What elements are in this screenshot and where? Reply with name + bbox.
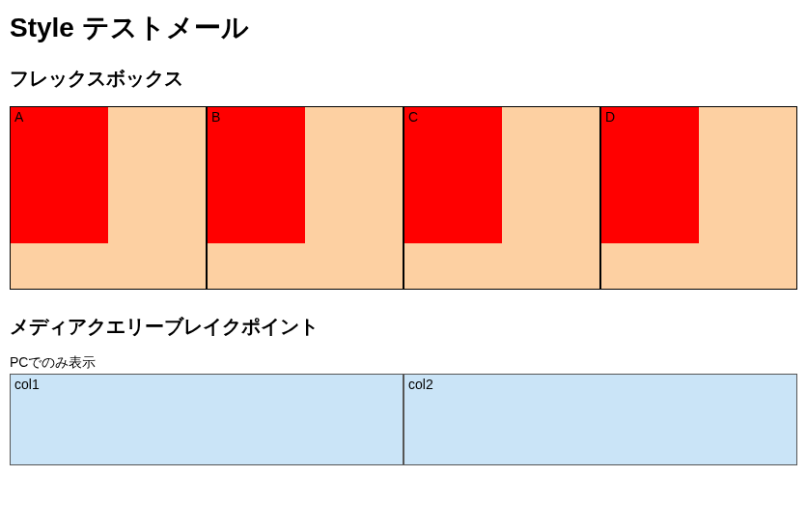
flex-inner-label: D — [601, 107, 699, 243]
flex-inner-label: C — [404, 107, 502, 243]
column-item: col2 — [404, 374, 797, 465]
mediaquery-heading: メディアクエリーブレイクポイント — [10, 314, 797, 340]
flex-item: C — [404, 106, 600, 290]
flex-item: D — [600, 106, 797, 290]
pc-only-label: PCでのみ表示 — [10, 354, 797, 372]
flexbox-container: A B C D — [10, 106, 797, 290]
page-title: Style テストメール — [10, 10, 797, 46]
column-container: col1 col2 — [10, 374, 797, 465]
flex-item: B — [207, 106, 404, 290]
column-item: col1 — [10, 374, 404, 465]
flex-inner-label: B — [208, 107, 305, 243]
flexbox-heading: フレックスボックス — [10, 66, 797, 92]
flex-item: A — [10, 106, 207, 290]
flex-inner-label: A — [11, 107, 108, 243]
